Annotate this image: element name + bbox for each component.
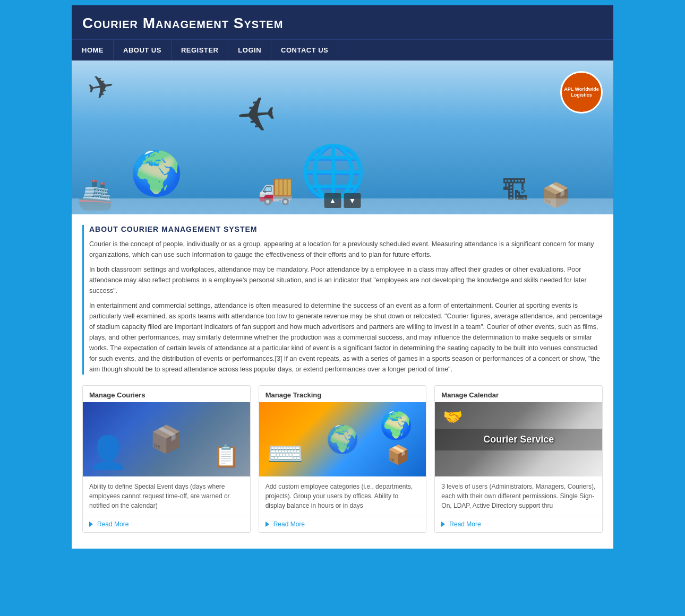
card-manage-couriers: Manage Couriers 👤 📋 Ability to define Sp… [82, 385, 251, 533]
card-couriers-image: 👤 📋 [83, 402, 250, 476]
site-header: Courier Management System [72, 5, 613, 39]
cards-row: Manage Couriers 👤 📋 Ability to define Sp… [82, 385, 603, 533]
plane-icon-2: ✈ [234, 85, 279, 144]
card-tracking-title: Manage Tracking [259, 386, 426, 402]
tracking-read-more-link[interactable]: Read More [266, 520, 420, 528]
card-calendar-title: Manage Calendar [435, 386, 602, 402]
about-heading: ABOUT COURIER MANAGEMENT SYSTEM [89, 225, 603, 233]
courier-service-label: Courier Service [435, 429, 602, 450]
card-couriers-body: Ability to define Special Event days (da… [83, 476, 250, 516]
calendar-image-visual: 🤝 Courier Service [435, 402, 602, 476]
main-nav: HOME ABOUT US REGISTER LOGIN CONTACT US [72, 39, 613, 60]
about-para-2: In both classroom settings and workplace… [89, 264, 603, 296]
globe-tracking-icon: 🌍 [380, 410, 413, 441]
apl-logo: APL Worldwide Logistics [560, 71, 603, 114]
card-calendar-image: 🤝 Courier Service [435, 402, 602, 476]
chevron-right-icon-2 [266, 522, 269, 527]
nav-about[interactable]: ABOUT US [114, 40, 172, 60]
chevron-right-icon [89, 522, 93, 527]
card-couriers-footer: Read More [83, 516, 250, 532]
box-tracking-icon: 📦 [387, 444, 410, 466]
calendar-read-more-label: Read More [449, 520, 481, 528]
carousel-up-btn[interactable]: ▲ [324, 193, 341, 208]
nav-contact[interactable]: CONTACT US [271, 40, 338, 60]
card-manage-tracking: Manage Tracking ⌨️ 🌍 📦 Add custom employ… [259, 385, 427, 533]
card-tracking-footer: Read More [259, 516, 426, 532]
calendar-read-more-link[interactable]: Read More [441, 520, 596, 528]
card-manage-calendar: Manage Calendar 🤝 Courier Service 3 leve… [434, 385, 603, 533]
apl-logo-text: APL Worldwide Logistics [562, 86, 601, 98]
nav-login[interactable]: LOGIN [228, 40, 271, 60]
card-calendar-footer: Read More [435, 516, 602, 532]
couriers-read-more-label: Read More [97, 520, 129, 528]
site-title: Courier Management System [82, 15, 603, 32]
keyboard-icon: ⌨️ [267, 437, 304, 471]
hero-visual: 🚢 ✈ 🌍 ✈ 🌐 🚚 🏗 📦 APL Worldwide Logistics [72, 60, 613, 214]
card-couriers-title: Manage Couriers [83, 386, 250, 402]
couriers-read-more-link[interactable]: Read More [89, 520, 244, 528]
plane-icon-1: ✈ [84, 66, 117, 108]
card-tracking-body: Add custom employee categories (i.e., de… [259, 476, 426, 516]
carousel-controls: ▲ ▼ [324, 193, 361, 208]
courier-person-icon: 👤 [88, 433, 128, 471]
package-icon: 📋 [213, 444, 239, 468]
about-para-3: In entertainment and commercial settings… [89, 300, 603, 375]
about-para-1: Courier is the concept of people, indivi… [89, 239, 603, 260]
card-calendar-body: 3 levels of users (Administrators, Manag… [435, 476, 602, 516]
content-area: ABOUT COURIER MANAGEMENT SYSTEM Courier … [72, 214, 613, 549]
chevron-right-icon-3 [441, 522, 445, 527]
card-tracking-image: ⌨️ 🌍 📦 [259, 402, 426, 476]
outer-wrapper: Courier Management System HOME ABOUT US … [72, 0, 613, 554]
nav-home[interactable]: HOME [72, 40, 114, 60]
tracking-read-more-label: Read More [273, 520, 305, 528]
couriers-image-visual: 👤 📋 [83, 402, 250, 476]
hero-banner: 🚢 ✈ 🌍 ✈ 🌐 🚚 🏗 📦 APL Worldwide Logistics … [72, 60, 613, 214]
nav-register[interactable]: REGISTER [172, 40, 228, 60]
handshake-icon: 🤝 [443, 407, 463, 426]
tracking-image-visual: ⌨️ 🌍 📦 [259, 402, 426, 476]
main-container: Courier Management System HOME ABOUT US … [72, 5, 613, 549]
about-section: ABOUT COURIER MANAGEMENT SYSTEM Courier … [82, 225, 603, 375]
carousel-down-btn[interactable]: ▼ [344, 193, 361, 208]
globe-icon-1: 🌍 [130, 149, 183, 198]
